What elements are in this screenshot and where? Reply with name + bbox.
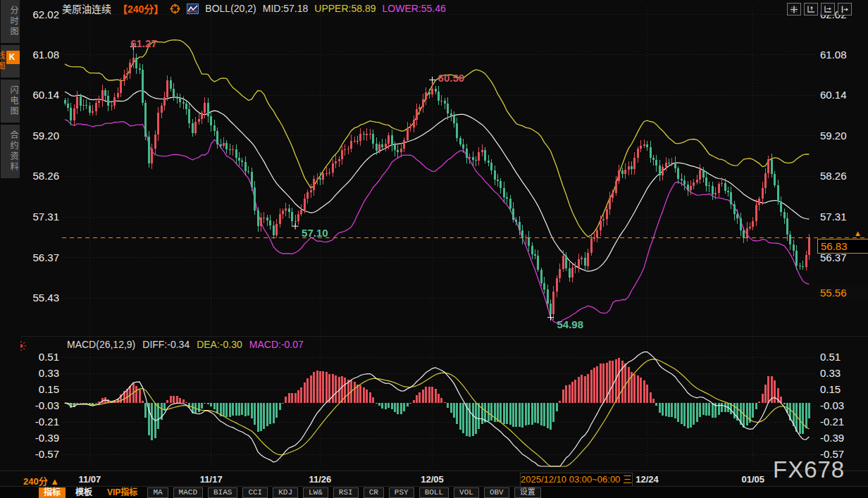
toolbar-button-vol[interactable]: VOL	[454, 487, 479, 498]
toolbar-button-boll[interactable]: BOLL	[419, 487, 449, 498]
price-up-arrow-icon: ▲	[854, 229, 862, 237]
lower-band-price-box: 55.56	[817, 287, 868, 299]
sidebar-tab-flash-chart[interactable]: 闪电图	[1, 80, 20, 123]
x-axis-date-tick: 11/17	[187, 474, 236, 485]
x-axis-date-tick: 12/24	[623, 474, 672, 485]
sidebar-tab-contract-info[interactable]: 合约资料	[1, 125, 20, 178]
price-annotation: 61.27	[130, 37, 157, 49]
x-axis-zoom-icon[interactable]	[821, 3, 835, 15]
chart-type-icon[interactable]	[187, 4, 199, 14]
toolbar-button-psy[interactable]: PSY	[389, 487, 414, 498]
boll-mid-value: MID:57.18	[263, 3, 309, 14]
x-axis-date-tick: 01/05	[728, 474, 778, 485]
toolbar-button-cci[interactable]: CCI	[242, 487, 268, 498]
boll-label: BOLL(20,2)	[205, 3, 256, 14]
date-axis: 240分 ▲ 2025/12/10 03:00~06:00 三 11/0711/…	[0, 471, 868, 487]
app-root: 61.2760.5057.1054.98 分时图 K线图 闪电图 合约资料 美原…	[0, 0, 868, 498]
boll-upper-value: UPPER:58.89	[314, 3, 376, 14]
price-annotation: 54.98	[557, 318, 584, 330]
toolbar-button-obv[interactable]: OBV	[484, 487, 509, 498]
indicator-toolbar: 指标模板VIP指标MAMACDBIASCCIKDJLW&RSICRPSYBOLL…	[0, 486, 868, 498]
macd-diff-value: DIFF:-0.34	[142, 339, 190, 350]
period-label: 【240分】	[118, 1, 163, 15]
toolbar-button-bias[interactable]: BIAS	[208, 487, 237, 498]
sidebar: 分时图 K线图 闪电图 合约资料	[0, 0, 20, 471]
pan-tool-icon[interactable]	[787, 3, 801, 15]
y-axis-zoom-icon[interactable]	[804, 3, 818, 15]
toolbar-button-rsi[interactable]: RSI	[333, 487, 359, 498]
toolbar-button-kdj[interactable]: KDJ	[273, 487, 298, 498]
sidebar-tab-time-chart[interactable]: 分时图	[1, 0, 20, 43]
x-axis-date-tick: 11/07	[65, 474, 114, 485]
macd-macd-value: MACD:-0.07	[249, 339, 304, 350]
toolbar-button-[interactable]: 设置	[514, 487, 541, 498]
chart-tools	[787, 3, 852, 15]
shift-right-icon[interactable]	[838, 3, 852, 15]
target-icon[interactable]	[170, 4, 180, 14]
symbol-name: 美原油连续	[62, 1, 111, 15]
price-annotation: 60.50	[438, 72, 465, 84]
chart-header: 美原油连续 【240分】 BOLL(20,2) MID:57.18 UPPER:…	[62, 2, 446, 15]
chart-canvas[interactable]: 61.2760.5057.1054.98	[0, 0, 868, 471]
hovered-bar-time-box: 2025/12/10 03:00~06:00 三	[520, 473, 633, 487]
boll-lower-value: LOWER:55.46	[383, 3, 446, 14]
macd-params-label: MACD(26,12,9)	[67, 339, 135, 350]
toolbar-button-[interactable]: 指标	[39, 487, 66, 498]
kline-rest-label: 线图	[0, 51, 5, 72]
price-annotation: 57.10	[302, 227, 328, 239]
kline-k-badge: K	[6, 51, 20, 64]
x-axis-date-tick: 12/05	[408, 474, 457, 485]
macd-dea-value: DEA:-0.30	[197, 339, 242, 350]
current-price-box: 56.83	[817, 239, 868, 254]
sidebar-tab-kline-chart[interactable]: K线图	[1, 45, 20, 77]
toolbar-button-[interactable]: 模板	[70, 487, 97, 498]
watermark-logo: FX678	[773, 456, 845, 483]
toolbar-button-ma[interactable]: MA	[147, 487, 168, 498]
x-axis-date-tick: 11/26	[295, 474, 345, 485]
toolbar-button-lw[interactable]: LW&	[303, 487, 328, 498]
toolbar-button-cr[interactable]: CR	[364, 487, 384, 498]
toolbar-button-vip[interactable]: VIP指标	[102, 487, 142, 498]
macd-header: MACD(26,12,9) DIFF:-0.34 DEA:-0.30 MACD:…	[67, 339, 304, 350]
toolbar-button-macd[interactable]: MACD	[173, 487, 203, 498]
